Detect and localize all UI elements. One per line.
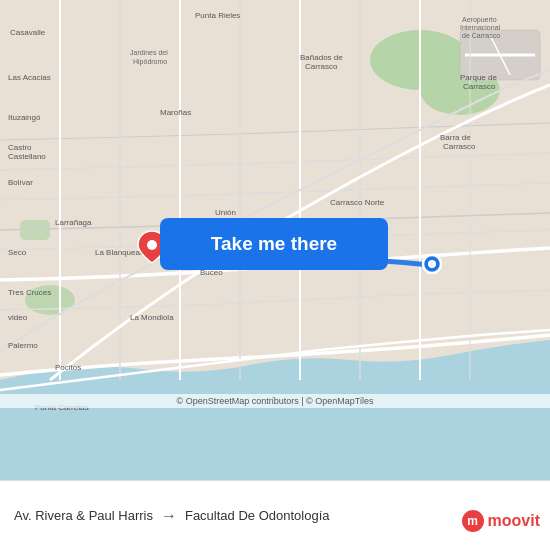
svg-text:Las Acacias: Las Acacias [8,73,51,82]
svg-text:Castellano: Castellano [8,152,46,161]
svg-text:Carrasco: Carrasco [463,82,496,91]
svg-text:Pocitos: Pocitos [55,363,81,372]
moovit-icon: m [462,510,484,532]
svg-text:Tres Cruces: Tres Cruces [8,288,51,297]
map-container: Casavalle Punta Rieles Las Acacias Jardi… [0,0,550,480]
svg-text:Casavalle: Casavalle [10,28,46,37]
svg-text:Seco: Seco [8,248,27,257]
svg-text:Unión: Unión [215,208,236,217]
route-to: Facultad De Odontología [185,508,330,523]
svg-text:Jardines del: Jardines del [130,49,168,56]
svg-text:Palermo: Palermo [8,341,38,350]
svg-text:Larrañaga: Larrañaga [55,218,92,227]
svg-point-50 [428,260,436,268]
svg-text:Hipódromo: Hipódromo [133,58,167,66]
svg-text:Parque de: Parque de [460,73,497,82]
svg-text:Take me there: Take me there [211,233,337,254]
svg-text:Carrasco: Carrasco [443,142,476,151]
svg-text:de Carrasco: de Carrasco [462,32,500,39]
svg-text:Carrasco: Carrasco [305,62,338,71]
route-arrow: → [161,507,177,525]
bottom-bar: Av. Rivera & Paul Harris → Facultad De O… [0,480,550,550]
svg-text:video: video [8,313,28,322]
map-attribution: © OpenStreetMap contributors | © OpenMap… [0,394,550,408]
svg-text:Maroñas: Maroñas [160,108,191,117]
moovit-name: moovit [488,512,540,530]
svg-text:Carrasco Norte: Carrasco Norte [330,198,385,207]
svg-text:Bañados de: Bañados de [300,53,343,62]
svg-rect-1 [0,400,550,480]
svg-text:Castro: Castro [8,143,32,152]
svg-text:La Mondiola: La Mondiola [130,313,174,322]
moovit-logo: m moovit [462,510,540,532]
svg-text:Aeropuerto: Aeropuerto [462,16,497,24]
svg-text:Bolívar: Bolívar [8,178,33,187]
route-info: Av. Rivera & Paul Harris → Facultad De O… [14,507,536,525]
svg-point-48 [147,240,157,250]
svg-text:Punta Rieles: Punta Rieles [195,11,240,20]
svg-text:Barra de: Barra de [440,133,471,142]
route-from: Av. Rivera & Paul Harris [14,508,153,523]
svg-text:Ituzaingó: Ituzaingó [8,113,41,122]
svg-text:Internacional: Internacional [460,24,501,31]
